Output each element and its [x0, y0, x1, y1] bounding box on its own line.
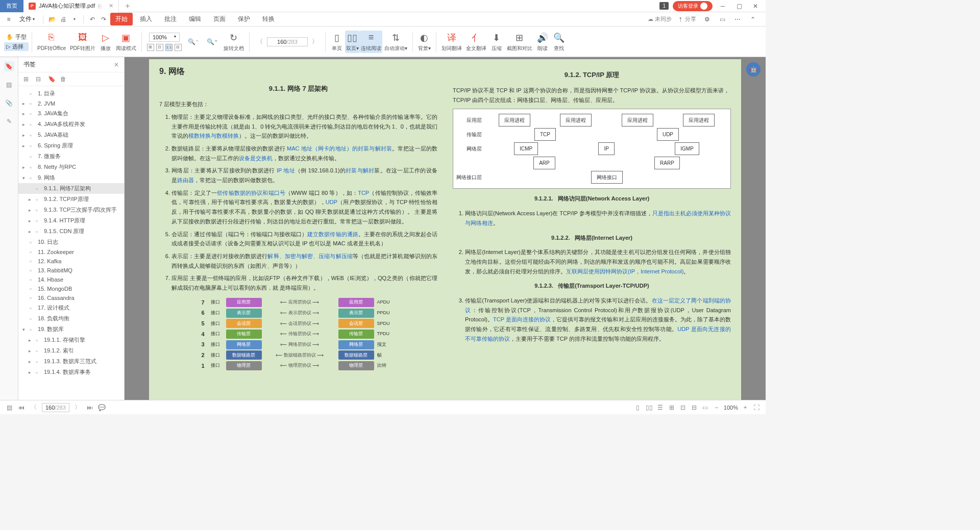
sb-fit2-icon[interactable]: ⊟: [690, 403, 698, 412]
print-dropdown-icon[interactable]: ▾: [70, 15, 79, 24]
login-button[interactable]: 访客登录: [673, 1, 713, 11]
sb-zoom-out-icon[interactable]: −: [713, 403, 721, 412]
bookmark-item[interactable]: ▫11. Zookeeper: [18, 247, 124, 257]
bookmark-item[interactable]: ▸▫19.1.2. 索引: [18, 345, 124, 356]
sync-status[interactable]: ☁ 未同步: [648, 15, 672, 23]
sb-view2-icon[interactable]: ▯▯: [645, 403, 653, 412]
bookmark-item[interactable]: ▫7. 微服务: [18, 151, 124, 162]
play-button[interactable]: ▷播放: [97, 32, 114, 52]
notification-badge[interactable]: 1: [659, 2, 669, 10]
menu-icon[interactable]: ≡: [4, 15, 13, 24]
bookmark-item[interactable]: ▸▫6. Spring 原理: [18, 140, 124, 151]
background-button[interactable]: ◐背景▾: [416, 32, 433, 52]
bookmark-item[interactable]: ▸▫19.1.3. 数据库三范式: [18, 356, 124, 367]
autoscroll-button[interactable]: ⇅自动滚动▾: [382, 32, 409, 52]
bookmark-item[interactable]: ▸▫9.1.5. CDN 原理: [18, 226, 124, 237]
share-button[interactable]: ⭱ 分享: [678, 15, 696, 23]
zoom-out-icon[interactable]: 🔍⁻: [184, 38, 203, 45]
signature-icon[interactable]: ✎: [4, 116, 14, 127]
bookmark-item[interactable]: ▫1. 目录: [18, 88, 124, 99]
minimize-icon[interactable]: ─: [717, 1, 729, 11]
tab-page[interactable]: 页面: [208, 13, 231, 26]
tab-document[interactable]: P JAVA核心知识整理.pdf ⎘ ✕: [23, 0, 119, 12]
bookmark-item[interactable]: ▸▫3. JAVA集合: [18, 108, 124, 119]
sb-view3-icon[interactable]: ☰: [656, 403, 665, 412]
sb-page-input[interactable]: 160/283: [42, 403, 69, 412]
print-icon[interactable]: 🖨: [59, 15, 68, 24]
bookmark-item[interactable]: ▸▫9.1.4. HTTP原理: [18, 215, 124, 226]
actual-size-icon[interactable]: 1:1: [165, 44, 173, 51]
sb-view1-icon[interactable]: ▯: [634, 403, 642, 412]
maximize-icon[interactable]: ▢: [733, 1, 745, 11]
bookmark-item[interactable]: ▫16. Cassandra: [18, 293, 124, 302]
double-page-button[interactable]: ▯▯双页▾: [345, 31, 360, 53]
page-input[interactable]: 160/283: [267, 37, 308, 46]
sb-first-page-icon[interactable]: ⏮: [17, 403, 26, 412]
fit-visible-icon[interactable]: ⊟: [175, 44, 182, 51]
delete-bookmark-icon[interactable]: 🗑: [60, 75, 67, 83]
continuous-button[interactable]: ≡连续阅读: [360, 31, 382, 53]
assistant-icon[interactable]: 🤖: [746, 62, 761, 77]
next-page-icon[interactable]: 〉: [308, 37, 322, 46]
zoom-input[interactable]: 100%▾: [149, 33, 180, 42]
sb-panel-icon[interactable]: ▤: [5, 403, 13, 412]
bookmark-item[interactable]: ▸▫4. JAVA多线程并发: [18, 119, 124, 130]
add-bookmark-icon[interactable]: 🔖: [48, 75, 55, 83]
bookmark-item[interactable]: ▸▫8. Netty 与RPC: [18, 162, 124, 172]
sb-annotation-icon[interactable]: 💬: [98, 403, 106, 412]
close-icon[interactable]: ✕: [109, 3, 113, 9]
tab-insert[interactable]: 插入: [135, 13, 157, 26]
pdf-to-image-button[interactable]: 🖼PDF转图片: [68, 32, 97, 52]
sb-zoom-in-icon[interactable]: +: [741, 403, 749, 412]
rotate-button[interactable]: ↻旋转文档: [222, 32, 246, 52]
bookmark-item[interactable]: ▸▫5. JAVA基础: [18, 130, 124, 140]
read-aloud-button[interactable]: 🔊朗读: [534, 32, 551, 52]
word-translate-button[interactable]: 译划词翻译: [439, 32, 464, 52]
settings-icon[interactable]: ⚙: [702, 15, 712, 24]
fit-page-icon[interactable]: ⊡: [156, 44, 163, 51]
close-panel-icon[interactable]: ✕: [114, 61, 119, 68]
single-page-button[interactable]: ▯单页: [329, 32, 345, 52]
compare-button[interactable]: ⊞截图和对比: [505, 32, 534, 52]
document-viewport[interactable]: 🤖 9. 网络 9.1.1. 网络 7 层架构 7 层模型主要包括： 物理层：主…: [125, 57, 766, 400]
bookmark-item[interactable]: ▫9.1.1. 网络7层架构: [18, 183, 124, 194]
close-window-icon[interactable]: ✕: [749, 1, 762, 11]
open-icon[interactable]: 📂: [47, 15, 57, 24]
thumbnail-icon[interactable]: ▤: [4, 80, 14, 90]
redo-icon[interactable]: ↷: [99, 15, 108, 24]
bookmark-item[interactable]: ▫12. Kafka: [18, 257, 124, 266]
bookmark-item[interactable]: ▸▫9.1.2. TCP/IP原理: [18, 194, 124, 205]
sb-fit1-icon[interactable]: ⊡: [679, 403, 687, 412]
sb-view4-icon[interactable]: ⊞: [668, 403, 676, 412]
new-tab-button[interactable]: +: [119, 2, 136, 11]
prev-page-icon[interactable]: 〈: [253, 37, 267, 46]
select-tool[interactable]: ▷选择: [4, 42, 29, 51]
read-mode-button[interactable]: ▣阅读模式: [114, 32, 138, 52]
bookmark-item[interactable]: ▸▫19.1.4. 数据库事务: [18, 367, 124, 377]
collapse-all-icon[interactable]: ⊟: [36, 75, 43, 83]
attachment-icon[interactable]: 📎: [4, 98, 14, 108]
bookmark-item[interactable]: ▫13. RabbitMQ: [18, 266, 124, 275]
bookmark-item[interactable]: ▾▫9. 网络: [18, 172, 124, 183]
pdf-to-office-button[interactable]: ⎘PDF转Office: [35, 32, 68, 52]
more-icon[interactable]: ⋯: [733, 15, 742, 24]
tab-annotate[interactable]: 批注: [159, 13, 182, 26]
tab-edit[interactable]: 编辑: [184, 13, 206, 26]
sb-fit3-icon[interactable]: ▭: [701, 403, 709, 412]
find-button[interactable]: 🔍查找: [551, 32, 567, 52]
tab-protect[interactable]: 保护: [233, 13, 255, 26]
tab-pin-icon[interactable]: ⎘: [98, 3, 102, 9]
bookmark-item[interactable]: ▫17. 设计模式: [18, 302, 124, 313]
tab-convert[interactable]: 转换: [257, 13, 280, 26]
sb-next-page-icon[interactable]: 〉: [74, 403, 82, 412]
sb-zoom-value[interactable]: 100%: [724, 405, 738, 411]
bookmark-item[interactable]: ▫10. 日志: [18, 237, 124, 247]
window-icon[interactable]: ▭: [718, 15, 727, 24]
collapse-icon[interactable]: ⌃: [748, 15, 757, 24]
zoom-in-icon[interactable]: 🔍⁺: [203, 38, 222, 45]
tab-start[interactable]: 开始: [110, 13, 133, 26]
bookmark-item[interactable]: ▫18. 负载均衡: [18, 313, 124, 324]
bookmark-item[interactable]: ▸▫19.1.1. 存储引擎: [18, 335, 124, 345]
sb-prev-page-icon[interactable]: 〈: [30, 403, 38, 412]
sb-last-page-icon[interactable]: ⏭: [86, 403, 94, 412]
